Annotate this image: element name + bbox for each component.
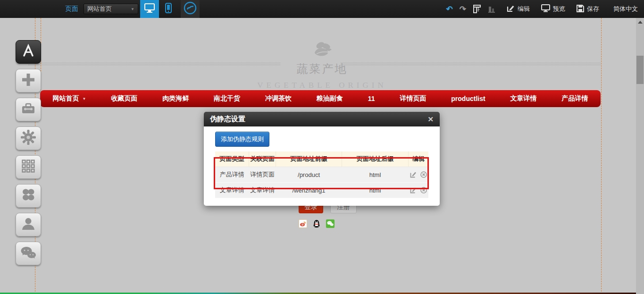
nav-item-label: 网站首页 <box>52 94 79 103</box>
pseudo-static-dialog: 伪静态设置 ✕ 添加伪静态规则 页面类型 关联页面 页面地址前缀 页面地址后缀 … <box>204 112 440 206</box>
nav-item[interactable]: 南北干货 <box>214 94 240 103</box>
row-edit-icon[interactable] <box>410 171 417 178</box>
language-switch[interactable]: 简体中文 <box>613 5 638 13</box>
sidebar-item-toolbox[interactable] <box>16 98 41 121</box>
cell-url-suffix: html <box>342 183 408 198</box>
nav-item[interactable]: 文章详情 <box>510 94 537 103</box>
social-login-icons <box>299 219 335 228</box>
close-icon[interactable]: ✕ <box>427 115 434 124</box>
chevron-down-icon: ▼ <box>82 97 86 101</box>
app-link-button[interactable] <box>181 0 200 18</box>
page-selector-value: 网站首页 <box>87 5 112 13</box>
site-nav-bar: 网站首页 ▼ 收藏页面 肉类海鲜 南北干货 冲调茶饮 粮油副食 11 详情页面 … <box>40 90 601 107</box>
logo-subtitle: VEGETABLE ORIGIN <box>0 81 644 90</box>
gear-icon <box>21 130 36 147</box>
add-rule-button[interactable]: 添加伪静态规则 <box>215 132 269 147</box>
mobile-view-button[interactable] <box>159 0 178 18</box>
desktop-view-button[interactable] <box>140 0 159 18</box>
add-plus-icon <box>21 73 35 89</box>
toolbox-icon <box>21 102 36 117</box>
edit-pencil-icon <box>507 4 515 14</box>
table-row: 产品详情 详情页面 /product html <box>215 167 428 183</box>
sidebar-item-add[interactable] <box>16 69 41 92</box>
column-header: 页面地址后缀 <box>342 151 408 167</box>
sidebar-item-settings[interactable] <box>16 126 41 150</box>
toolbar-left: 页面 网站首页 ▼ <box>65 0 200 18</box>
redo-icon[interactable]: ↷ <box>460 5 466 13</box>
chevron-down-icon: ▼ <box>131 7 134 11</box>
nav-item[interactable]: 粮油副食 <box>317 94 343 103</box>
save-floppy-icon <box>577 5 584 14</box>
cell-url-prefix: /product <box>276 167 342 183</box>
save-label: 保存 <box>587 5 599 13</box>
nav-item[interactable]: 肉类海鲜 <box>162 94 189 103</box>
site-logo: 蔬菜产地 VEGETABLE ORIGIN <box>0 40 644 90</box>
preview-label: 预览 <box>553 5 565 13</box>
table-row: 文章详情 文章详情 /wenzhang1 html <box>215 183 428 198</box>
member-person-icon <box>21 217 35 233</box>
device-switcher <box>140 0 200 18</box>
wechat-icon[interactable] <box>326 219 335 228</box>
nav-item-home[interactable]: 网站首页 ▼ <box>52 94 86 103</box>
preview-monitor-icon <box>541 4 550 14</box>
logo-vegetable-icon <box>0 40 644 60</box>
toolbar-right: ↶ ↷ 编辑 预览 <box>446 0 638 18</box>
nav-item[interactable]: 11 <box>368 95 375 102</box>
scrollbar-thumb[interactable] <box>636 56 644 84</box>
desktop-icon <box>144 3 155 15</box>
qq-icon[interactable] <box>312 219 321 228</box>
row-delete-icon[interactable] <box>420 187 427 193</box>
ruler-icon[interactable] <box>473 4 481 14</box>
page-label: 页面 <box>65 5 78 13</box>
save-button[interactable]: 保存 <box>577 5 599 14</box>
cell-url-prefix: /wenzhang1 <box>276 183 342 198</box>
column-header: 页面地址前缀 <box>276 151 342 167</box>
scroll-up-icon[interactable] <box>638 21 643 24</box>
wechat-chat-icon <box>20 246 36 261</box>
nav-item[interactable]: 详情页面 <box>400 94 426 103</box>
sidebar-item-widgets[interactable] <box>16 184 41 208</box>
preview-button[interactable]: 预览 <box>541 4 565 14</box>
logo-title: 蔬菜产地 <box>0 61 644 76</box>
cell-page-type: 文章详情 <box>215 183 249 198</box>
sidebar-item-modules[interactable] <box>16 155 41 179</box>
vertical-scrollbar[interactable] <box>636 18 644 294</box>
column-header: 编辑 <box>409 151 428 167</box>
column-header: 页面类型 <box>215 151 249 167</box>
row-delete-icon[interactable] <box>420 171 427 178</box>
stats-icon[interactable] <box>488 5 495 13</box>
dialog-title: 伪静态设置 <box>210 115 245 124</box>
cell-url-suffix: html <box>342 167 408 183</box>
weibo-icon[interactable] <box>299 219 307 228</box>
table-header-row: 页面类型 关联页面 页面地址前缀 页面地址后缀 编辑 <box>215 151 428 167</box>
clover-widgets-icon <box>21 188 35 204</box>
mobile-icon <box>165 3 172 15</box>
column-header: 关联页面 <box>249 151 276 167</box>
dialog-body: 添加伪静态规则 页面类型 关联页面 页面地址前缀 页面地址后缀 编辑 产品详情 … <box>204 126 440 206</box>
nav-item[interactable]: productlist <box>451 95 485 102</box>
dialog-header[interactable]: 伪静态设置 ✕ <box>204 112 440 126</box>
row-edit-icon[interactable] <box>410 187 417 193</box>
undo-icon[interactable]: ↶ <box>446 5 453 13</box>
cell-page-type: 产品详情 <box>215 167 249 183</box>
sidebar-item-wechat[interactable] <box>16 242 41 265</box>
cell-linked-page: 文章详情 <box>249 183 276 198</box>
app-link-icon <box>183 1 197 17</box>
top-toolbar: 页面 网站首页 ▼ <box>0 0 644 18</box>
grid-modules-icon <box>21 159 35 175</box>
sidebar-item-design[interactable] <box>16 40 41 64</box>
left-sidebar <box>16 40 41 265</box>
right-guide-line <box>601 18 602 294</box>
edit-button[interactable]: 编辑 <box>507 4 530 14</box>
cell-linked-page: 详情页面 <box>249 167 276 183</box>
nav-item[interactable]: 产品详情 <box>561 94 588 103</box>
rules-table: 页面类型 关联页面 页面地址前缀 页面地址后缀 编辑 产品详情 详情页面 /pr… <box>215 151 428 198</box>
app-design-icon <box>21 44 36 60</box>
nav-item[interactable]: 冲调茶饮 <box>265 94 292 103</box>
editor-screen: 页面 网站首页 ▼ <box>0 0 644 294</box>
page-selector[interactable]: 网站首页 ▼ <box>84 4 138 14</box>
sidebar-item-members[interactable] <box>16 213 41 236</box>
nav-item[interactable]: 收藏页面 <box>111 94 137 103</box>
edit-label: 编辑 <box>518 5 530 13</box>
